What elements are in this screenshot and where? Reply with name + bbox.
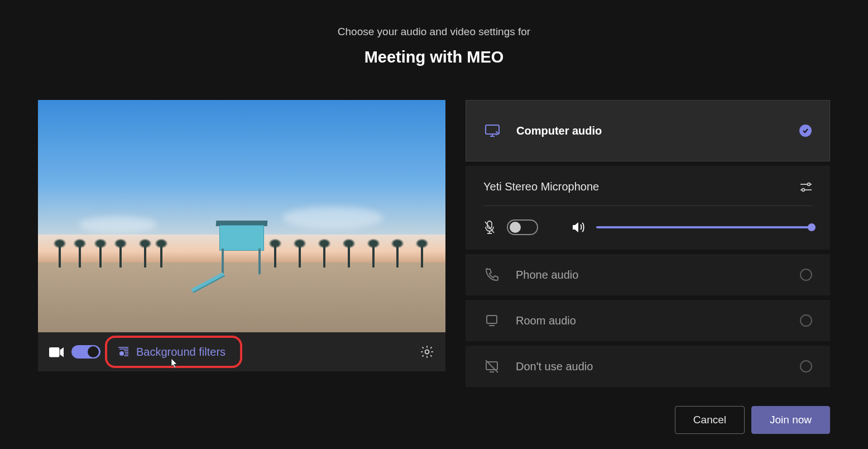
svg-point-8 <box>425 350 429 354</box>
audio-option-label: Phone audio <box>516 269 784 281</box>
background-filters-button[interactable]: Background filters <box>105 336 242 368</box>
video-preview <box>38 100 445 332</box>
audio-panel: Computer audio Yeti Stereo Microphone <box>466 100 830 387</box>
computer-audio-icon <box>484 122 501 139</box>
join-now-button[interactable]: Join now <box>751 406 830 434</box>
radio-unselected-icon <box>800 269 812 281</box>
audio-option-label: Computer audio <box>516 125 784 137</box>
svg-point-10 <box>496 134 497 136</box>
audio-option-none[interactable]: Don't use audio <box>466 346 830 387</box>
room-audio-icon <box>483 312 500 329</box>
background-filters-label: Background filters <box>136 346 226 359</box>
phone-audio-icon <box>483 266 500 283</box>
volume-slider[interactable] <box>596 226 812 228</box>
footer: Cancel Join now <box>0 390 868 434</box>
svg-rect-0 <box>49 347 59 357</box>
radio-unselected-icon <box>800 314 812 327</box>
mic-muted-icon <box>483 220 496 235</box>
svg-point-12 <box>808 183 811 185</box>
header: Choose your audio and video settings for… <box>0 0 868 66</box>
svg-rect-17 <box>487 316 497 323</box>
audio-option-label: Don't use audio <box>516 360 784 373</box>
radio-unselected-icon <box>800 360 812 372</box>
cursor-pointer-icon <box>170 358 179 371</box>
video-panel: Background filters <box>38 100 445 371</box>
audio-option-phone[interactable]: Phone audio <box>466 254 830 295</box>
video-toolbar: Background filters <box>38 332 445 371</box>
video-settings-button[interactable] <box>420 345 434 359</box>
audio-option-computer[interactable]: Computer audio <box>466 100 830 161</box>
svg-point-1 <box>119 351 124 356</box>
cancel-button[interactable]: Cancel <box>675 406 745 434</box>
main-content: Background filters Computer audio Yeti S… <box>0 100 868 387</box>
audio-option-room[interactable]: Room audio <box>466 300 830 341</box>
audio-controls-row <box>483 219 812 235</box>
audio-option-label: Room audio <box>516 314 784 327</box>
svg-point-14 <box>802 188 805 191</box>
audio-device-name: Yeti Stereo Microphone <box>483 180 599 193</box>
speaker-icon <box>572 221 585 233</box>
audio-device-block: Yeti Stereo Microphone <box>466 166 830 250</box>
background-filters-icon <box>117 346 130 357</box>
header-subtitle: Choose your audio and video settings for <box>0 26 868 38</box>
radio-selected-icon <box>799 125 812 137</box>
audio-device-row[interactable]: Yeti Stereo Microphone <box>483 180 812 206</box>
camera-toggle[interactable] <box>71 345 100 359</box>
lifeguard-tower <box>205 214 272 274</box>
mic-toggle[interactable] <box>507 219 538 235</box>
meeting-title: Meeting with MEO <box>0 48 868 66</box>
camera-icon <box>49 347 64 357</box>
no-audio-icon <box>483 358 500 375</box>
device-settings-icon <box>800 181 812 193</box>
